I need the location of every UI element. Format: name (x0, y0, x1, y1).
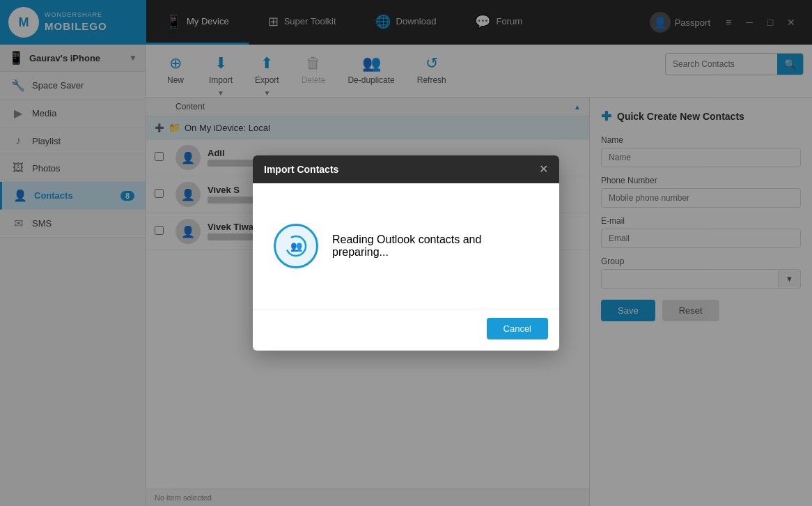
svg-text:👥: 👥 (290, 240, 303, 252)
modal-title: Import Contacts (264, 164, 338, 175)
import-contacts-modal: Import Contacts ✕ 👥 Reading Outlook cont… (253, 155, 559, 351)
modal-message: Reading Outlook contacts and preparing..… (332, 233, 538, 259)
import-loading-svg: 👥 (283, 233, 309, 259)
loading-icon: 👥 (274, 224, 318, 268)
modal-close-button[interactable]: ✕ (539, 164, 548, 175)
modal-overlay: Import Contacts ✕ 👥 Reading Outlook cont… (0, 0, 812, 506)
modal-footer: Cancel (253, 309, 559, 348)
modal-body: 👥 Reading Outlook contacts and preparing… (253, 183, 559, 309)
cancel-button[interactable]: Cancel (487, 318, 548, 339)
modal-header: Import Contacts ✕ (253, 155, 559, 183)
